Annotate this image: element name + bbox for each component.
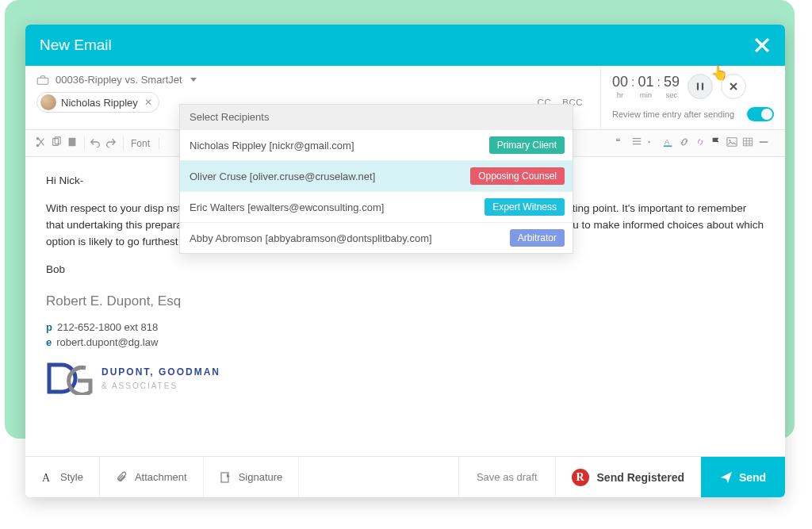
case-label: 00036-Rippley vs. SmartJet	[56, 74, 182, 86]
registered-icon: R	[572, 469, 589, 486]
timer-hr: 00	[612, 74, 628, 90]
pause-button[interactable]	[688, 74, 713, 99]
x-icon	[729, 82, 738, 91]
chip-remove[interactable]: ✕	[144, 97, 152, 108]
caret-down-icon	[190, 78, 197, 82]
align-icon[interactable]	[631, 136, 642, 150]
recipients-dropdown[interactable]: Select Recipients Nicholas Rippley [nick…	[179, 104, 573, 254]
svg-text:A: A	[42, 472, 51, 484]
link-icon[interactable]	[679, 136, 690, 150]
paperclip-icon	[116, 471, 128, 484]
window-title: New Email	[40, 36, 112, 54]
review-toggle[interactable]	[747, 107, 774, 121]
recipients-header: Select Recipients	[180, 105, 573, 129]
table-icon[interactable]	[742, 136, 753, 150]
firm-sub: & ASSOCIATES	[102, 380, 220, 393]
font-dropdown[interactable]: Font	[128, 138, 152, 149]
chip-name: Nicholas Rippley	[61, 97, 138, 109]
hr-icon[interactable]	[758, 136, 769, 150]
signature-tab[interactable]: Signature	[204, 457, 300, 497]
svg-rect-9	[727, 138, 737, 147]
firm-name: DUPONT, GOODMAN	[102, 365, 220, 380]
pause-icon	[695, 82, 705, 91]
recipient-role-badge: Arbitrator	[510, 229, 565, 247]
recipient-role-badge: Opposing Counsel	[470, 167, 565, 185]
undo-icon[interactable]	[90, 136, 101, 150]
textcolor-icon[interactable]: A	[663, 136, 674, 150]
review-label: Review time entry after sending	[612, 109, 734, 119]
recipient-option[interactable]: Abby Abromson [abbyabramson@dontsplitbab…	[180, 222, 573, 253]
redo-icon[interactable]	[105, 136, 117, 150]
close-button[interactable]	[753, 36, 771, 54]
timer-sec: 59	[664, 74, 680, 90]
send-button[interactable]: Send	[701, 457, 785, 497]
cut-icon[interactable]	[35, 136, 46, 150]
case-selector[interactable]: 00036-Rippley vs. SmartJet	[36, 74, 589, 86]
close-icon	[753, 36, 771, 54]
timer-min: 01	[638, 74, 653, 90]
paste-icon[interactable]	[67, 136, 78, 150]
save-draft-button[interactable]: Save as draft	[459, 457, 556, 497]
timer-row: 00hr : 01min : 59sec	[612, 74, 774, 99]
svg-rect-8	[664, 145, 672, 147]
flag-icon[interactable]	[710, 136, 722, 150]
style-tab[interactable]: A Style	[25, 457, 100, 497]
recipient-option[interactable]: Nicholas Rippley [nickr@gmail.com]Primar…	[180, 129, 573, 160]
body-signoff: Bob	[46, 262, 764, 278]
signature-icon	[220, 471, 232, 484]
attachment-tab[interactable]: Attachment	[100, 457, 204, 497]
compose-window: New Email 00036-Rippley vs. SmartJet Nic…	[25, 25, 785, 497]
svg-text:❝: ❝	[615, 136, 620, 148]
svg-text:A: A	[665, 137, 670, 146]
window-header: New Email	[25, 25, 785, 66]
paper-plane-icon	[720, 471, 733, 484]
signature-phone: 212-652-1800 ext 818	[57, 321, 158, 333]
footer: A Style Attachment Signature Save as dra…	[25, 456, 785, 497]
dg-logo-icon	[46, 362, 94, 395]
review-row: Review time entry after sending	[612, 107, 774, 121]
signature-name: Robert E. Dupont, Esq	[46, 291, 764, 312]
signature-lines: p212-652-1800 ext 818 erobert.dupont@dg.…	[46, 320, 764, 351]
recipient-role-badge: Expert Witness	[485, 198, 565, 216]
timer-display: 00hr : 01min : 59sec	[612, 74, 680, 99]
signature-email: robert.dupont@dg.law	[56, 336, 158, 348]
quote-icon[interactable]: ❝	[615, 136, 626, 150]
svg-point-2	[36, 137, 40, 140]
recipient-option[interactable]: Oliver Cruse [oliver.cruse@cruselaw.net]…	[180, 160, 573, 191]
style-icon: A	[41, 471, 54, 484]
indent-icon[interactable]	[647, 136, 658, 150]
send-registered-button[interactable]: R Send Registered	[556, 457, 701, 497]
copy-icon[interactable]	[51, 136, 62, 150]
svg-point-1	[36, 144, 40, 148]
avatar	[40, 94, 56, 110]
timer-cancel-button[interactable]	[721, 74, 746, 99]
svg-rect-11	[743, 138, 752, 146]
unlink-icon[interactable]	[695, 136, 706, 150]
recipient-chip[interactable]: Nicholas Rippley ✕	[36, 92, 159, 113]
image-icon[interactable]	[726, 136, 737, 150]
briefcase-icon	[36, 75, 49, 86]
recipient-role-badge: Primary Client	[489, 136, 565, 154]
svg-rect-0	[37, 78, 48, 84]
footer-spacer	[299, 457, 459, 497]
timer-panel: 00hr : 01min : 59sec Review time entry a…	[601, 66, 785, 129]
signature-logo: DUPONT, GOODMAN & ASSOCIATES	[46, 362, 764, 395]
svg-point-10	[729, 140, 730, 141]
svg-rect-5	[69, 138, 76, 147]
recipient-option[interactable]: Eric Walters [ewalters@ewconsulting.com]…	[180, 191, 573, 222]
